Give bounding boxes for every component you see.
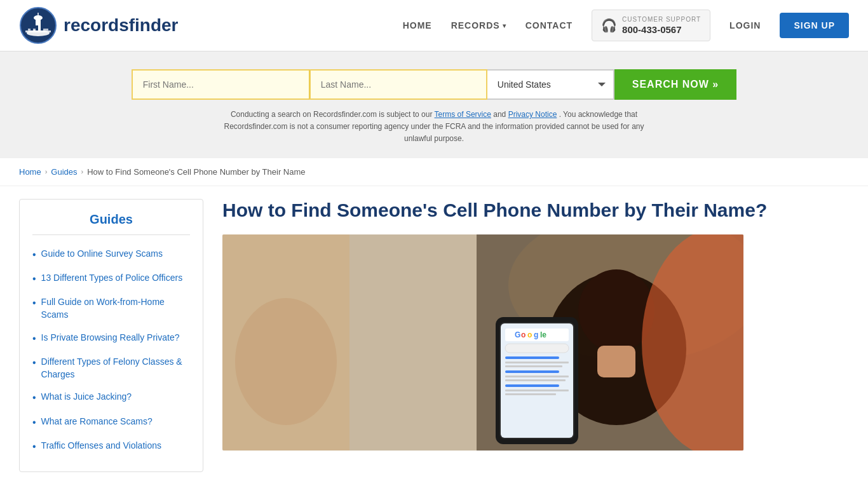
svg-rect-36 — [505, 390, 569, 391]
svg-text:o: o — [521, 330, 526, 339]
sidebar-list-item: What is Juice Jacking? — [32, 386, 190, 410]
svg-rect-31 — [505, 365, 562, 367]
sidebar-list: Guide to Online Survey Scams13 Different… — [32, 243, 190, 459]
first-name-input[interactable] — [132, 69, 309, 100]
article-image: G o o g le — [222, 234, 743, 451]
svg-rect-32 — [505, 370, 559, 373]
support-box: 🎧 CUSTOMER SUPPORT 800-433-0567 — [592, 10, 710, 42]
site-header: recordsfinder HOME RECORDS ▾ CONTACT 🎧 C… — [0, 0, 868, 51]
breadcrumb-guides[interactable]: Guides — [51, 167, 77, 177]
signup-button[interactable]: SIGN UP — [780, 13, 849, 38]
sidebar-list-item: 13 Different Types of Police Officers — [32, 267, 190, 291]
logo[interactable]: recordsfinder — [19, 6, 179, 44]
breadcrumb-chevron-2: › — [81, 168, 84, 175]
nav-records[interactable]: RECORDS ▾ — [451, 20, 506, 30]
svg-point-39 — [235, 298, 337, 425]
privacy-link[interactable]: Privacy Notice — [508, 110, 557, 119]
sidebar: Guides Guide to Online Survey Scams13 Di… — [19, 199, 203, 473]
search-section: United States AlabamaAlaskaArizona Arkan… — [0, 51, 868, 158]
svg-rect-35 — [505, 384, 559, 387]
tos-link[interactable]: Terms of Service — [435, 110, 491, 119]
support-label: CUSTOMER SUPPORT — [622, 15, 701, 24]
last-name-input[interactable] — [309, 69, 487, 100]
svg-rect-34 — [505, 379, 566, 381]
sidebar-link-5[interactable]: What is Juice Jacking? — [41, 391, 132, 403]
nav-home[interactable]: HOME — [403, 20, 432, 30]
svg-rect-29 — [505, 356, 559, 359]
sidebar-link-0[interactable]: Guide to Online Survey Scams — [41, 248, 163, 261]
svg-rect-33 — [505, 376, 569, 377]
state-select[interactable]: United States AlabamaAlaskaArizona Arkan… — [487, 69, 614, 100]
sidebar-link-7[interactable]: Traffic Offenses and Violations — [41, 440, 161, 452]
breadcrumb-chevron-1: › — [45, 168, 48, 175]
sidebar-list-item: Guide to Online Survey Scams — [32, 243, 190, 267]
search-disclaimer: Conducting a search on Recordsfinder.com… — [212, 109, 656, 146]
article: How to Find Someone's Cell Phone Number … — [222, 199, 849, 473]
svg-rect-15 — [597, 346, 635, 377]
support-phone: 800-433-0567 — [622, 24, 701, 36]
sidebar-list-item: Different Types of Felony Classes & Char… — [32, 351, 190, 386]
breadcrumb: Home › Guides › How to Find Someone's Ce… — [0, 158, 868, 186]
chevron-down-icon: ▾ — [503, 22, 506, 29]
login-button[interactable]: LOGIN — [729, 20, 761, 30]
svg-text:G: G — [515, 330, 520, 339]
breadcrumb-current: How to Find Someone's Cell Phone Number … — [87, 167, 305, 177]
sidebar-list-item: What are Romance Scams? — [32, 410, 190, 435]
svg-rect-30 — [505, 362, 569, 363]
sidebar-list-item: Traffic Offenses and Violations — [32, 435, 190, 459]
svg-rect-7 — [31, 25, 33, 30]
svg-text:g: g — [534, 330, 538, 339]
svg-rect-37 — [505, 393, 556, 395]
svg-rect-8 — [36, 25, 38, 30]
sidebar-list-item: Is Private Browsing Really Private? — [32, 327, 190, 351]
svg-text:le: le — [540, 330, 546, 339]
sidebar-link-2[interactable]: Full Guide on Work-from-Home Scams — [41, 296, 190, 321]
nav-contact[interactable]: CONTACT — [526, 20, 573, 30]
svg-rect-5 — [25, 30, 51, 32]
logo-wordmark: recordsfinder — [64, 15, 179, 36]
search-bar: United States AlabamaAlaskaArizona Arkan… — [13, 69, 855, 100]
sidebar-link-4[interactable]: Different Types of Felony Classes & Char… — [41, 356, 190, 381]
logo-icon — [19, 6, 57, 44]
sidebar-title: Guides — [32, 212, 190, 235]
svg-rect-28 — [505, 344, 569, 353]
svg-rect-9 — [41, 25, 43, 30]
svg-text:o: o — [527, 330, 532, 339]
headphone-icon: 🎧 — [601, 18, 617, 33]
breadcrumb-home[interactable]: Home — [19, 167, 41, 177]
main-nav: HOME RECORDS ▾ CONTACT 🎧 CUSTOMER SUPPOR… — [403, 10, 849, 42]
main-content: Guides Guide to Online Survey Scams13 Di… — [0, 186, 868, 485]
sidebar-link-3[interactable]: Is Private Browsing Really Private? — [41, 332, 180, 344]
article-title: How to Find Someone's Cell Phone Number … — [222, 199, 849, 222]
svg-point-3 — [34, 15, 43, 20]
sidebar-list-item: Full Guide on Work-from-Home Scams — [32, 291, 190, 326]
search-button[interactable]: SEARCH NOW » — [614, 69, 736, 100]
sidebar-link-1[interactable]: 13 Different Types of Police Officers — [41, 272, 183, 285]
sidebar-link-6[interactable]: What are Romance Scams? — [41, 416, 153, 428]
